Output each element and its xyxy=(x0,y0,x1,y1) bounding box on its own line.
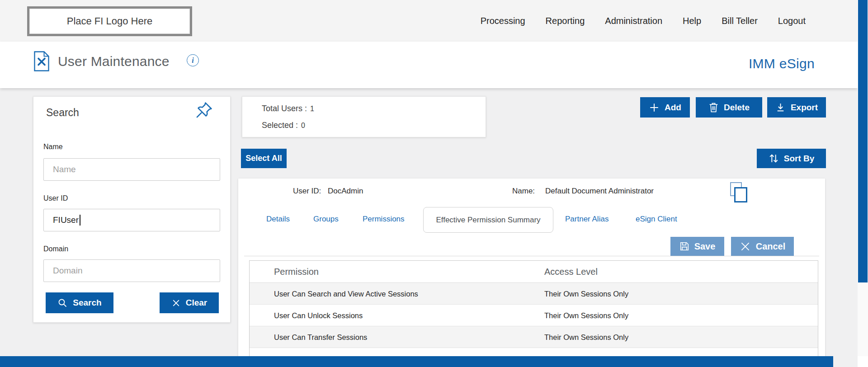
user-maintenance-icon xyxy=(34,51,49,73)
selected-label: Selected : xyxy=(262,121,298,130)
clear-x-icon xyxy=(171,298,181,308)
name-field-label: Name: xyxy=(512,187,535,196)
nav-user-bill-teller[interactable]: Bill Teller xyxy=(722,16,758,26)
plus-icon xyxy=(649,102,660,113)
total-users-line: Total Users :1 xyxy=(262,104,314,113)
user-maintenance-screen: Place FI Logo Here Processing Reporting … xyxy=(0,0,868,367)
domain-input[interactable] xyxy=(43,259,220,282)
fi-logo-text: Place FI Logo Here xyxy=(29,9,190,34)
table-row[interactable]: User Can Unlock Sessions Their Own Sessi… xyxy=(250,305,818,326)
add-button[interactable]: Add xyxy=(640,97,690,118)
select-all-button[interactable]: Select All xyxy=(241,149,287,168)
access-level-cell: Their Own Sessions Only xyxy=(544,311,628,320)
delete-button-label: Delete xyxy=(724,103,750,113)
top-bar: Place FI Logo Here Processing Reporting … xyxy=(0,0,858,42)
copy-icon-front-page xyxy=(734,187,747,202)
pin-icon[interactable] xyxy=(195,100,214,121)
user-id-field-value: DocAdmin xyxy=(328,187,363,196)
table-row[interactable]: User Can Transfer Sessions Their Own Ses… xyxy=(250,326,818,348)
brand-imm-esign: IMM eSign xyxy=(749,56,815,71)
access-level-cell: Their Own Sessions Only xyxy=(544,290,628,298)
selected-value: 0 xyxy=(301,122,305,129)
total-users-label: Total Users : xyxy=(262,104,307,113)
save-button-label: Save xyxy=(694,241,716,252)
clear-button-label: Clear xyxy=(186,298,208,308)
nav-reporting[interactable]: Reporting xyxy=(546,16,585,26)
cancel-button-label: Cancel xyxy=(756,241,786,252)
permissions-table: Permission Access Level User Can Search … xyxy=(249,260,818,367)
copy-icon[interactable] xyxy=(730,182,749,204)
delete-button[interactable]: Delete xyxy=(696,97,762,118)
tab-details[interactable]: Details xyxy=(266,215,290,224)
permission-cell: User Can Transfer Sessions xyxy=(274,333,367,342)
tab-permissions[interactable]: Permissions xyxy=(363,215,405,224)
nav-logout[interactable]: Logout xyxy=(778,16,806,26)
permission-cell: User Can Search and View Active Sessions xyxy=(274,290,418,298)
vertical-scrollbar-thumb[interactable] xyxy=(858,0,868,282)
nav-processing[interactable]: Processing xyxy=(481,16,525,26)
totals-card: Total Users :1 Selected :0 xyxy=(242,96,486,137)
nav-help[interactable]: Help xyxy=(683,16,701,26)
tab-content-divider xyxy=(244,256,819,256)
tab-partner-alias[interactable]: Partner Alias xyxy=(565,215,609,224)
user-id-input[interactable]: FIUser xyxy=(43,209,220,231)
permissions-table-header: Permission Access Level xyxy=(250,261,818,283)
search-panel: Search Name User ID FIUser Domain Search… xyxy=(33,96,231,323)
vertical-scrollbar[interactable] xyxy=(858,0,868,367)
save-button[interactable]: Save xyxy=(670,237,724,256)
column-header-access-level: Access Level xyxy=(544,267,598,277)
access-level-cell: Their Own Sessions Only xyxy=(544,333,628,342)
domain-label: Domain xyxy=(43,245,68,253)
user-detail-card: User ID: DocAdmin Name: Default Document… xyxy=(238,179,825,367)
select-all-label: Select All xyxy=(245,154,282,163)
tab-esign-client[interactable]: eSign Client xyxy=(636,215,677,224)
permission-cell: User Can Unlock Sessions xyxy=(274,311,363,320)
clear-button[interactable]: Clear xyxy=(160,292,219,313)
total-users-value: 1 xyxy=(310,105,314,113)
page-title: User Maintenance xyxy=(58,54,170,69)
info-icon[interactable]: i xyxy=(187,54,199,66)
sort-by-button[interactable]: Sort By xyxy=(757,149,826,168)
trash-icon xyxy=(708,102,719,113)
fi-logo-placeholder: Place FI Logo Here xyxy=(27,6,192,36)
user-id-field-label: User ID: xyxy=(293,187,321,196)
main-nav: Processing Reporting Administration Help… xyxy=(481,0,806,42)
footer-accent-bar xyxy=(0,356,833,367)
user-id-input-value: FIUser xyxy=(53,215,79,225)
tab-effective-permission-summary[interactable]: Effective Permission Summary xyxy=(423,207,553,233)
sort-by-label: Sort By xyxy=(784,154,815,164)
selected-line: Selected :0 xyxy=(262,121,305,130)
search-button-label: Search xyxy=(73,298,101,308)
table-row[interactable]: User Can Search and View Active Sessions… xyxy=(250,283,818,305)
column-header-permission: Permission xyxy=(274,267,319,277)
export-button[interactable]: Export xyxy=(767,97,826,118)
cancel-button[interactable]: Cancel xyxy=(731,237,794,256)
name-field-value: Default Document Administrator xyxy=(545,187,654,196)
tab-groups[interactable]: Groups xyxy=(313,215,339,224)
add-button-label: Add xyxy=(665,103,681,113)
download-icon xyxy=(775,102,786,113)
search-panel-title: Search xyxy=(46,107,79,119)
text-caret xyxy=(80,215,80,226)
search-icon xyxy=(57,298,68,308)
user-id-label: User ID xyxy=(43,194,68,202)
cancel-x-icon xyxy=(740,241,751,252)
search-button[interactable]: Search xyxy=(46,292,113,313)
save-floppy-icon xyxy=(679,241,689,251)
name-input[interactable] xyxy=(43,158,220,181)
nav-administration[interactable]: Administration xyxy=(605,16,662,26)
name-label: Name xyxy=(43,143,63,151)
page-header: User Maintenance i IMM eSign xyxy=(0,42,858,88)
scrollbar-corner xyxy=(858,356,868,367)
export-button-label: Export xyxy=(791,103,818,113)
sort-arrows-icon xyxy=(769,153,779,164)
